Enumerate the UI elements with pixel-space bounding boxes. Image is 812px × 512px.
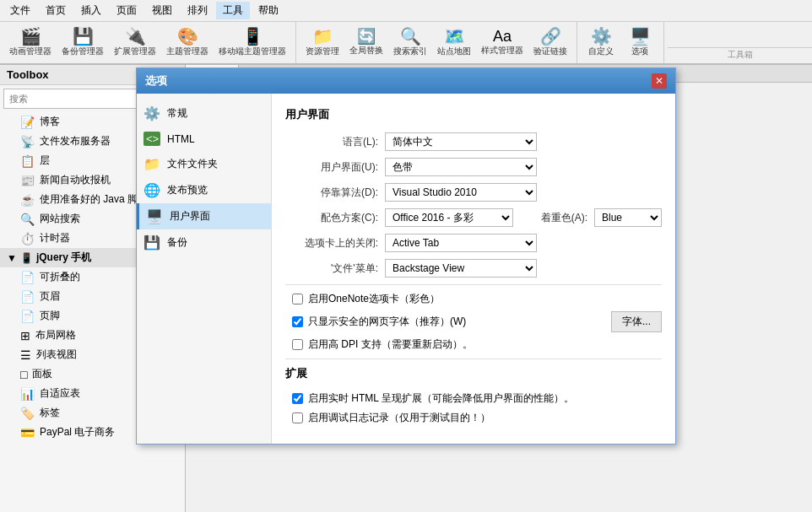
realtime-html-checkbox[interactable] [292,393,303,404]
dialog-title: 选项 [145,73,167,89]
debug-label: 启用调试日志记录（仅用于测试目的！） [308,411,490,425]
dialog-body: ⚙️ 常规 <> HTML 📁 文件文件夹 🌐 发布预览 🖥️ 用户界 [137,94,675,444]
dialog-titlebar: 选项 ✕ [137,68,675,94]
dialog-close-button[interactable]: ✕ [652,73,667,89]
safe-fonts-checkbox[interactable] [292,316,303,327]
accent-select[interactable]: Blue [594,208,662,227]
nav-ui[interactable]: 🖥️ 用户界面 [137,203,271,229]
tabclose-select[interactable]: Active Tab [385,234,537,252]
nav-ui-icon: 🖥️ [146,208,163,224]
divider-2 [285,358,662,359]
ui-label: 用户界面(U): [285,160,378,175]
checkbox-debuglog: 启用调试日志记录（仅用于测试目的！） [285,411,662,425]
options-dialog: 选项 ✕ ⚙️ 常规 <> HTML 📁 文件文件夹 🌐 [136,67,676,445]
divider-1 [285,284,662,285]
nav-files[interactable]: 📁 文件文件夹 [137,151,271,177]
nav-normal[interactable]: ⚙️ 常规 [137,100,271,127]
content-section-title: 用户界面 [285,107,662,122]
nav-backup-icon: 💾 [143,234,160,251]
nav-normal-icon: ⚙️ [143,105,160,121]
onenote-label: 启用OneNote选项卡（彩色） [308,292,440,306]
form-row-dock: 停靠算法(D): Visual Studio 2010 [285,183,662,202]
lang-label: 语言(L): [285,135,378,149]
tabclose-label: 选项卡上的关闭: [285,236,378,251]
font-button[interactable]: 字体... [611,311,662,332]
realtime-label: 启用实时 HTML 呈现扩展（可能会降低用户界面的性能）。 [308,391,574,406]
lang-select[interactable]: 简体中文 [385,132,537,151]
dock-label: 停靠算法(D): [285,186,378,200]
color-label: 配色方案(C): [285,211,378,225]
safe-fonts-label: 只显示安全的网页字体（推荐）(W) [308,315,466,329]
form-row-tabclose: 选项卡上的关闭: Active Tab [285,234,662,252]
onenote-checkbox[interactable] [292,294,303,305]
hidpi-checkbox[interactable] [292,339,303,350]
form-row-ui: 用户界面(U): 色带 [285,158,662,176]
ui-select[interactable]: 色带 [385,158,537,176]
nav-html[interactable]: <> HTML [137,127,271,151]
filemenu-label: '文件'菜单: [285,261,378,276]
nav-files-icon: 📁 [143,156,160,172]
dialog-overlay: 选项 ✕ ⚙️ 常规 <> HTML 📁 文件文件夹 🌐 [0,0,812,512]
hidpi-label: 启用高 DPI 支持（需要重新启动）。 [308,337,473,352]
form-row-filemenu: '文件'菜单: Backstage View [285,259,662,278]
nav-publish-icon: 🌐 [143,182,160,198]
nav-html-icon: <> [143,132,160,146]
dialog-sidebar: ⚙️ 常规 <> HTML 📁 文件文件夹 🌐 发布预览 🖥️ 用户界 [137,94,272,444]
filemenu-select[interactable]: Backstage View [385,259,537,278]
checkbox-hidpi: 启用高 DPI 支持（需要重新启动）。 [285,337,662,352]
form-row-language: 语言(L): 简体中文 [285,132,662,151]
color-select[interactable]: Office 2016 - 多彩 [385,208,513,227]
dock-select[interactable]: Visual Studio 2010 [385,183,537,202]
nav-publish[interactable]: 🌐 发布预览 [137,177,271,203]
checkbox-onenote: 启用OneNote选项卡（彩色） [285,292,662,306]
dialog-content: 用户界面 语言(L): 简体中文 用户界面(U): 色带 [272,94,675,444]
checkbox-safe-fonts: 只显示安全的网页字体（推荐）(W) 字体... [285,311,662,332]
accent-label: 着重色(A): [520,211,587,225]
form-row-color: 配色方案(C): Office 2016 - 多彩 着重色(A): Blue [285,208,662,227]
expand-section-title: 扩展 [285,366,662,381]
debug-log-checkbox[interactable] [292,412,303,423]
nav-backup[interactable]: 💾 备份 [137,229,271,256]
checkbox-realtime: 启用实时 HTML 呈现扩展（可能会降低用户界面的性能）。 [285,391,662,406]
